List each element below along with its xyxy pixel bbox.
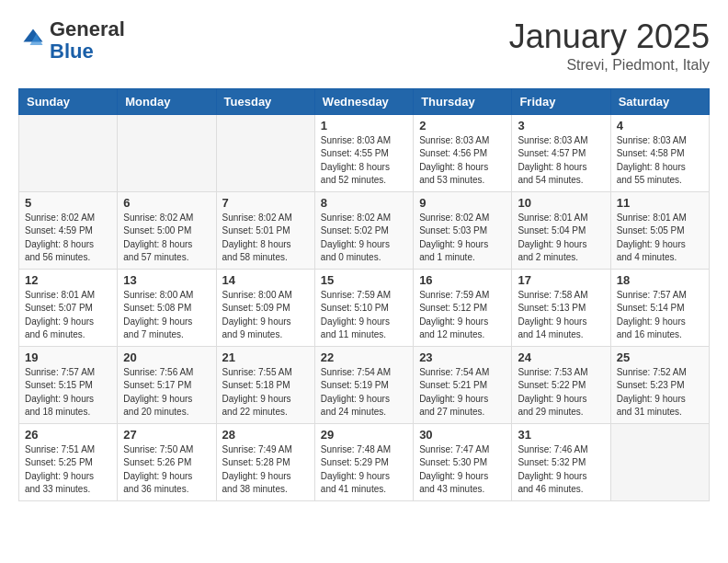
- calendar-cell: [610, 423, 709, 500]
- day-number: 15: [321, 273, 407, 287]
- day-number: 19: [25, 350, 111, 364]
- day-number: 27: [123, 428, 210, 442]
- calendar-cell: 30Sunrise: 7:47 AM Sunset: 5:30 PM Dayli…: [414, 423, 512, 500]
- day-info: Sunrise: 7:57 AM Sunset: 5:14 PM Dayligh…: [617, 289, 703, 342]
- day-info: Sunrise: 8:02 AM Sunset: 5:02 PM Dayligh…: [321, 212, 407, 265]
- day-number: 2: [419, 119, 506, 132]
- day-info: Sunrise: 7:55 AM Sunset: 5:18 PM Dayligh…: [222, 366, 309, 419]
- day-info: Sunrise: 8:01 AM Sunset: 5:05 PM Dayligh…: [617, 212, 703, 265]
- calendar-cell: 14Sunrise: 8:00 AM Sunset: 5:09 PM Dayli…: [216, 269, 314, 346]
- calendar-cell: 1Sunrise: 8:03 AM Sunset: 4:55 PM Daylig…: [314, 114, 413, 191]
- day-info: Sunrise: 7:54 AM Sunset: 5:19 PM Dayligh…: [321, 366, 407, 419]
- day-info: Sunrise: 8:02 AM Sunset: 5:03 PM Dayligh…: [419, 212, 506, 265]
- calendar-cell: 17Sunrise: 7:58 AM Sunset: 5:13 PM Dayli…: [512, 269, 610, 346]
- logo: General Blue: [18, 18, 125, 63]
- calendar-cell: 2Sunrise: 8:03 AM Sunset: 4:56 PM Daylig…: [414, 114, 512, 191]
- calendar-cell: 9Sunrise: 8:02 AM Sunset: 5:03 PM Daylig…: [414, 191, 512, 269]
- calendar-week-row: 26Sunrise: 7:51 AM Sunset: 5:25 PM Dayli…: [19, 423, 710, 500]
- day-info: Sunrise: 8:03 AM Sunset: 4:55 PM Dayligh…: [321, 134, 407, 188]
- day-number: 26: [25, 428, 111, 442]
- day-info: Sunrise: 7:59 AM Sunset: 5:12 PM Dayligh…: [419, 289, 506, 342]
- calendar-cell: 25Sunrise: 7:52 AM Sunset: 5:23 PM Dayli…: [610, 346, 709, 423]
- day-number: 7: [222, 196, 309, 210]
- day-number: 16: [419, 273, 506, 287]
- day-number: 24: [518, 350, 604, 364]
- day-number: 3: [518, 119, 604, 132]
- day-number: 1: [321, 119, 407, 132]
- day-info: Sunrise: 7:51 AM Sunset: 5:25 PM Dayligh…: [25, 443, 111, 497]
- weekday-header-saturday: Saturday: [610, 88, 709, 114]
- calendar-week-row: 1Sunrise: 8:03 AM Sunset: 4:55 PM Daylig…: [19, 114, 710, 191]
- calendar-table: SundayMondayTuesdayWednesdayThursdayFrid…: [18, 88, 710, 501]
- day-info: Sunrise: 8:02 AM Sunset: 5:01 PM Dayligh…: [222, 212, 309, 265]
- day-info: Sunrise: 8:00 AM Sunset: 5:09 PM Dayligh…: [222, 289, 309, 342]
- calendar-cell: 5Sunrise: 8:02 AM Sunset: 4:59 PM Daylig…: [19, 191, 118, 269]
- day-number: 17: [518, 273, 604, 287]
- weekday-header-tuesday: Tuesday: [216, 88, 314, 114]
- day-info: Sunrise: 7:56 AM Sunset: 5:17 PM Dayligh…: [123, 366, 210, 419]
- day-number: 11: [617, 196, 703, 210]
- calendar-cell: 11Sunrise: 8:01 AM Sunset: 5:05 PM Dayli…: [610, 191, 709, 269]
- day-number: 30: [419, 428, 506, 442]
- weekday-header-thursday: Thursday: [414, 88, 512, 114]
- calendar-cell: 18Sunrise: 7:57 AM Sunset: 5:14 PM Dayli…: [610, 269, 709, 346]
- calendar-cell: 19Sunrise: 7:57 AM Sunset: 5:15 PM Dayli…: [19, 346, 118, 423]
- weekday-header-row: SundayMondayTuesdayWednesdayThursdayFrid…: [19, 88, 710, 114]
- calendar-cell: 20Sunrise: 7:56 AM Sunset: 5:17 PM Dayli…: [118, 346, 216, 423]
- day-number: 23: [419, 350, 506, 364]
- day-info: Sunrise: 8:02 AM Sunset: 4:59 PM Dayligh…: [25, 212, 111, 265]
- weekday-header-sunday: Sunday: [19, 88, 118, 114]
- day-number: 9: [419, 196, 506, 210]
- calendar-cell: 21Sunrise: 7:55 AM Sunset: 5:18 PM Dayli…: [216, 346, 314, 423]
- calendar-cell: 6Sunrise: 8:02 AM Sunset: 5:00 PM Daylig…: [118, 191, 216, 269]
- day-number: 31: [518, 428, 604, 442]
- calendar-cell: 7Sunrise: 8:02 AM Sunset: 5:01 PM Daylig…: [216, 191, 314, 269]
- calendar-cell: 23Sunrise: 7:54 AM Sunset: 5:21 PM Dayli…: [414, 346, 512, 423]
- day-info: Sunrise: 8:03 AM Sunset: 4:58 PM Dayligh…: [617, 134, 703, 188]
- day-number: 28: [222, 428, 309, 442]
- day-info: Sunrise: 7:53 AM Sunset: 5:22 PM Dayligh…: [518, 366, 604, 419]
- calendar-week-row: 5Sunrise: 8:02 AM Sunset: 4:59 PM Daylig…: [19, 191, 710, 269]
- calendar-cell: 13Sunrise: 8:00 AM Sunset: 5:08 PM Dayli…: [118, 269, 216, 346]
- calendar-week-row: 12Sunrise: 8:01 AM Sunset: 5:07 PM Dayli…: [19, 269, 710, 346]
- day-info: Sunrise: 8:01 AM Sunset: 5:04 PM Dayligh…: [518, 212, 604, 265]
- day-info: Sunrise: 8:02 AM Sunset: 5:00 PM Dayligh…: [123, 212, 210, 265]
- day-info: Sunrise: 7:54 AM Sunset: 5:21 PM Dayligh…: [419, 366, 506, 419]
- calendar-cell: 10Sunrise: 8:01 AM Sunset: 5:04 PM Dayli…: [512, 191, 610, 269]
- calendar-cell: [216, 114, 314, 191]
- day-number: 4: [617, 119, 703, 132]
- day-info: Sunrise: 7:48 AM Sunset: 5:29 PM Dayligh…: [321, 443, 407, 497]
- calendar-cell: 8Sunrise: 8:02 AM Sunset: 5:02 PM Daylig…: [314, 191, 413, 269]
- page-header: General Blue January 2025 Strevi, Piedmo…: [18, 18, 710, 74]
- day-info: Sunrise: 8:03 AM Sunset: 4:56 PM Dayligh…: [419, 134, 506, 188]
- day-number: 10: [518, 196, 604, 210]
- weekday-header-wednesday: Wednesday: [314, 88, 413, 114]
- weekday-header-monday: Monday: [118, 88, 216, 114]
- calendar-cell: 4Sunrise: 8:03 AM Sunset: 4:58 PM Daylig…: [610, 114, 709, 191]
- calendar-cell: [19, 114, 118, 191]
- calendar-cell: 15Sunrise: 7:59 AM Sunset: 5:10 PM Dayli…: [314, 269, 413, 346]
- day-number: 8: [321, 196, 407, 210]
- day-info: Sunrise: 7:58 AM Sunset: 5:13 PM Dayligh…: [518, 289, 604, 342]
- calendar-cell: 24Sunrise: 7:53 AM Sunset: 5:22 PM Dayli…: [512, 346, 610, 423]
- day-number: 6: [123, 196, 210, 210]
- day-number: 12: [25, 273, 111, 287]
- day-info: Sunrise: 7:57 AM Sunset: 5:15 PM Dayligh…: [25, 366, 111, 419]
- day-number: 22: [321, 350, 407, 364]
- calendar-title: January 2025: [509, 18, 710, 55]
- day-info: Sunrise: 7:46 AM Sunset: 5:32 PM Dayligh…: [518, 443, 604, 497]
- day-info: Sunrise: 8:01 AM Sunset: 5:07 PM Dayligh…: [25, 289, 111, 342]
- weekday-header-friday: Friday: [512, 88, 610, 114]
- calendar-cell: 26Sunrise: 7:51 AM Sunset: 5:25 PM Dayli…: [19, 423, 118, 500]
- day-info: Sunrise: 8:00 AM Sunset: 5:08 PM Dayligh…: [123, 289, 210, 342]
- day-info: Sunrise: 7:50 AM Sunset: 5:26 PM Dayligh…: [123, 443, 210, 497]
- day-number: 18: [617, 273, 703, 287]
- calendar-cell: 28Sunrise: 7:49 AM Sunset: 5:28 PM Dayli…: [216, 423, 314, 500]
- day-info: Sunrise: 7:52 AM Sunset: 5:23 PM Dayligh…: [617, 366, 703, 419]
- title-block: January 2025 Strevi, Piedmont, Italy: [509, 18, 710, 74]
- day-info: Sunrise: 8:03 AM Sunset: 4:57 PM Dayligh…: [518, 134, 604, 188]
- calendar-cell: 31Sunrise: 7:46 AM Sunset: 5:32 PM Dayli…: [512, 423, 610, 500]
- day-number: 21: [222, 350, 309, 364]
- day-number: 29: [321, 428, 407, 442]
- logo-general-text: General: [50, 17, 125, 40]
